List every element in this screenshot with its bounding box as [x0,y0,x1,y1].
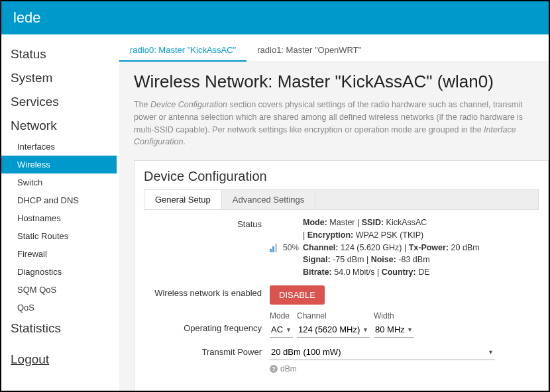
nav-qos[interactable]: QoS [11,299,119,317]
tab-radio0[interactable]: radio0: Master "KickAssAC" [119,40,247,62]
enabled-row: Wireless network is enabled DISABLE [144,285,539,305]
signal-indicator: 50% [270,243,299,252]
status-label: Status [144,217,270,229]
status-details: Mode: Master | SSID: KickAssAC | Encrypt… [303,217,480,279]
nav-system[interactable]: System [11,66,119,90]
txpower-select[interactable]: 20 dBm (100 mW) [270,344,495,360]
nav-status[interactable]: Status [11,42,119,66]
page-title: Wireless Network: Master "KickAssAC" (wl… [134,72,549,92]
tab-radio1[interactable]: radio1: Master "OpenWRT" [247,40,372,62]
enabled-label: Wireless network is enabled [144,285,270,298]
nav-sqm-qos[interactable]: SQM QoS [11,281,119,299]
status-row: Status 50% Mode: Master | SSID: KickAssA… [144,217,539,279]
nav-switch[interactable]: Switch [11,173,119,191]
mode-select[interactable]: AC [270,322,293,338]
device-config-tabs: General Setup Advanced Settings [144,189,539,210]
txpower-label: Transmit Power [144,344,270,357]
nav-static-routes[interactable]: Static Routes [11,227,119,245]
nav-services[interactable]: Services [11,90,119,114]
nav-firewall[interactable]: Firewall [11,245,119,263]
signal-percent: 50% [283,243,299,252]
app-header: lede [1,1,549,34]
device-config-title: Device Configuration [144,169,539,184]
txpower-row: Transmit Power 20 dBm (100 mW) ? dBm [144,344,539,373]
nav-interfaces[interactable]: Interfaces [11,138,119,156]
nav-network[interactable]: Network [11,114,119,138]
sidebar: Status System Services Network Interface… [1,34,119,392]
app-title: lede [13,9,41,26]
help-icon: ? [270,365,278,373]
opfreq-row: Operating frequency Mode AC Channel 124 … [144,311,539,338]
txpower-hint: ? dBm [270,364,297,373]
opfreq-label: Operating frequency [144,311,270,333]
tab-advanced-settings[interactable]: Advanced Settings [222,190,315,209]
width-select[interactable]: 80 MHz [374,322,414,338]
device-config-section: Device Configuration General Setup Advan… [134,160,549,392]
channel-col-label: Channel [297,311,370,320]
disable-button[interactable]: DISABLE [270,285,325,305]
main-content: radio0: Master "KickAssAC" radio1: Maste… [119,34,549,392]
page-description: The Device Configuration section covers … [134,99,549,148]
width-col-label: Width [374,311,414,320]
tab-general-setup[interactable]: General Setup [144,190,222,209]
channel-select[interactable]: 124 (5620 MHz) [297,322,370,338]
radio-tabs: radio0: Master "KickAssAC" radio1: Maste… [119,40,549,62]
nav-dhcp-dns[interactable]: DHCP and DNS [11,191,119,209]
nav-diagnostics[interactable]: Diagnostics [11,263,119,281]
nav-statistics[interactable]: Statistics [11,317,119,340]
logout-link[interactable]: Logout [11,340,119,379]
nav-wireless[interactable]: Wireless [1,156,117,173]
mode-col-label: Mode [270,311,293,320]
nav-hostnames[interactable]: Hostnames [11,209,119,227]
signal-bars-icon [270,243,280,252]
